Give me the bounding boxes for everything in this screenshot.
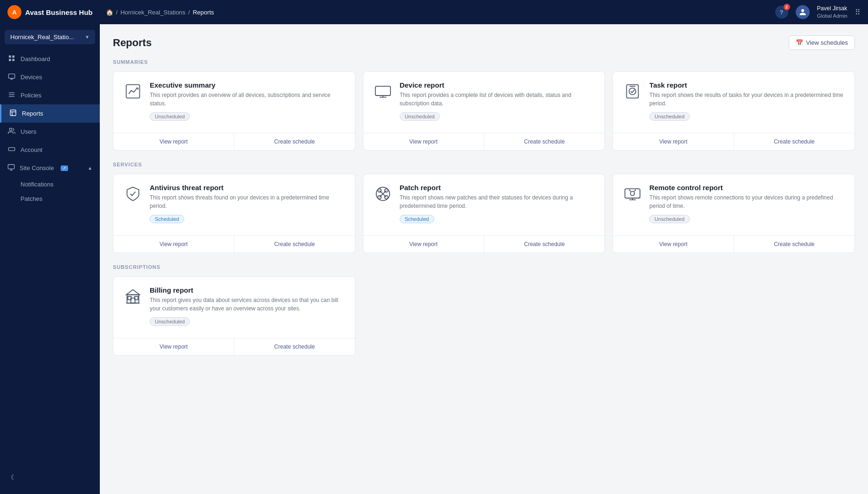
grid-icon[interactable]: ⠿ (855, 8, 861, 17)
breadcrumb-workspace[interactable]: Hornicek_Real_Stations (120, 9, 185, 16)
users-icon (7, 127, 16, 136)
antivirus-threat-report-footer: View report Create schedule (113, 235, 355, 253)
sidebar-item-label-dashboard: Dashboard (21, 55, 50, 62)
billing-report-status: Unscheduled (150, 317, 190, 326)
sidebar-item-label-users: Users (21, 128, 36, 135)
executive-summary-schedule-button[interactable]: Create schedule (234, 133, 354, 150)
app-logo: A Avast Business Hub (7, 5, 93, 19)
remote-control-report-icon (622, 184, 643, 204)
svg-rect-15 (8, 165, 14, 169)
device-report-card: Device report This report provides a com… (363, 71, 605, 151)
svg-rect-17 (375, 86, 390, 96)
chevron-down-icon: ▼ (85, 34, 90, 40)
billing-report-schedule-button[interactable]: Create schedule (234, 338, 354, 355)
workspace-selector[interactable]: Hornicek_Real_Statio... ▼ (5, 30, 95, 44)
svg-rect-30 (625, 189, 640, 198)
remote-control-report-view-button[interactable]: View report (613, 236, 733, 253)
antivirus-threat-report-title: Antivirus threat report (150, 184, 346, 192)
logo-icon: A (7, 5, 21, 19)
device-report-desc: This report provides a complete list of … (400, 91, 596, 108)
sidebar-item-dashboard[interactable]: Dashboard (0, 50, 100, 68)
account-icon (7, 145, 16, 154)
device-report-icon (373, 81, 393, 102)
remote-control-report-schedule-button[interactable]: Create schedule (734, 236, 854, 253)
sidebar-item-policies[interactable]: Policies (0, 86, 100, 104)
patch-report-desc: This report shows new patches and their … (400, 193, 596, 210)
executive-summary-title: Executive summary (150, 81, 346, 89)
main-layout: Hornicek_Real_Statio... ▼ Dashboard Devi… (0, 24, 868, 494)
antivirus-threat-report-desc: This report shows threats found on your … (150, 193, 346, 210)
executive-summary-icon (123, 81, 143, 102)
patch-report-footer: View report Create schedule (363, 235, 605, 253)
executive-summary-desc: This report provides an overview of all … (150, 91, 346, 108)
antivirus-threat-report-schedule-button[interactable]: Create schedule (234, 236, 354, 253)
breadcrumb: 🏠 / Hornicek_Real_Stations / Reports (106, 9, 214, 16)
task-report-view-button[interactable]: View report (613, 133, 733, 150)
sidebar-subitem-patches[interactable]: Patches (0, 192, 100, 206)
app-name: Avast Business Hub (25, 8, 93, 16)
patch-report-icon (373, 184, 393, 204)
subscriptions-grid: Billing report This report gives you dat… (113, 276, 855, 356)
device-report-view-button[interactable]: View report (363, 133, 484, 150)
antivirus-threat-report-status: Scheduled (150, 215, 184, 223)
summaries-section-label: SUMMARIES (113, 59, 855, 65)
svg-point-33 (631, 192, 635, 196)
reports-icon (9, 109, 17, 118)
view-schedules-button[interactable]: 📅 View schedules (789, 35, 855, 50)
device-report-footer: View report Create schedule (363, 133, 605, 150)
sidebar-item-label-policies: Policies (21, 92, 42, 99)
sidebar-item-label-site-console: Site Console (20, 165, 54, 172)
task-report-icon (622, 81, 643, 102)
billing-report-desc: This report gives you data about service… (150, 296, 346, 313)
svg-rect-0 (9, 55, 11, 58)
device-report-title: Device report (400, 81, 596, 89)
remote-control-report-title: Remote control report (649, 184, 845, 192)
patch-report-schedule-button[interactable]: Create schedule (484, 236, 604, 253)
device-report-schedule-button[interactable]: Create schedule (484, 133, 604, 150)
remote-control-report-card: Remote control report This report shows … (612, 174, 855, 253)
billing-report-icon (123, 286, 143, 307)
sidebar-item-site-console[interactable]: Site Console ↗ ▲ (0, 159, 100, 177)
patch-report-status: Scheduled (400, 215, 434, 223)
remote-control-report-status: Unscheduled (649, 215, 689, 223)
services-section-label: SERVICES (113, 162, 855, 167)
task-report-title: Task report (649, 81, 845, 89)
help-button[interactable]: ? 2 (775, 6, 788, 19)
patch-report-title: Patch report (400, 184, 596, 192)
sidebar-subitem-label-patches: Patches (21, 195, 42, 202)
calendar-icon: 📅 (796, 39, 803, 46)
user-name: Pavel Jirsak (817, 5, 847, 13)
task-report-schedule-button[interactable]: Create schedule (734, 133, 854, 150)
topnav-right: ? 2 Pavel Jirsak Global Admin ⠿ (775, 5, 861, 20)
dashboard-icon (7, 55, 16, 63)
billing-report-view-button[interactable]: View report (113, 338, 234, 355)
task-report-card: Task report This report shows the result… (612, 71, 855, 151)
user-role: Global Admin (817, 13, 847, 20)
sidebar-item-reports[interactable]: Reports (0, 104, 100, 123)
site-console-icon (7, 164, 15, 172)
executive-summary-footer: View report Create schedule (113, 133, 355, 150)
breadcrumb-separator-2: / (188, 9, 190, 16)
devices-icon (7, 73, 16, 82)
patch-report-card: Patch report This report shows new patch… (363, 174, 605, 253)
svg-rect-3 (12, 59, 14, 61)
user-avatar[interactable] (796, 5, 810, 19)
billing-report-card: Billing report This report gives you dat… (113, 276, 355, 356)
remote-control-report-footer: View report Create schedule (613, 235, 854, 253)
home-icon[interactable]: 🏠 (106, 9, 113, 16)
executive-summary-status: Unscheduled (150, 112, 190, 121)
sidebar-item-account[interactable]: Account (0, 141, 100, 159)
external-link-badge: ↗ (61, 165, 68, 171)
sidebar-item-users[interactable]: Users (0, 123, 100, 141)
antivirus-threat-report-view-button[interactable]: View report (113, 236, 234, 253)
device-report-status: Unscheduled (400, 112, 440, 121)
sidebar-subitem-notifications[interactable]: Notifications (0, 177, 100, 192)
patch-report-view-button[interactable]: View report (363, 236, 484, 253)
chevron-up-icon: ▲ (88, 165, 92, 171)
services-grid: Antivirus threat report This report show… (113, 174, 855, 253)
executive-summary-view-button[interactable]: View report (113, 133, 234, 150)
billing-report-title: Billing report (150, 286, 346, 294)
sidebar-item-devices[interactable]: Devices (0, 68, 100, 86)
task-report-footer: View report Create schedule (613, 133, 854, 150)
collapse-sidebar-button[interactable]: 《 (7, 473, 92, 482)
